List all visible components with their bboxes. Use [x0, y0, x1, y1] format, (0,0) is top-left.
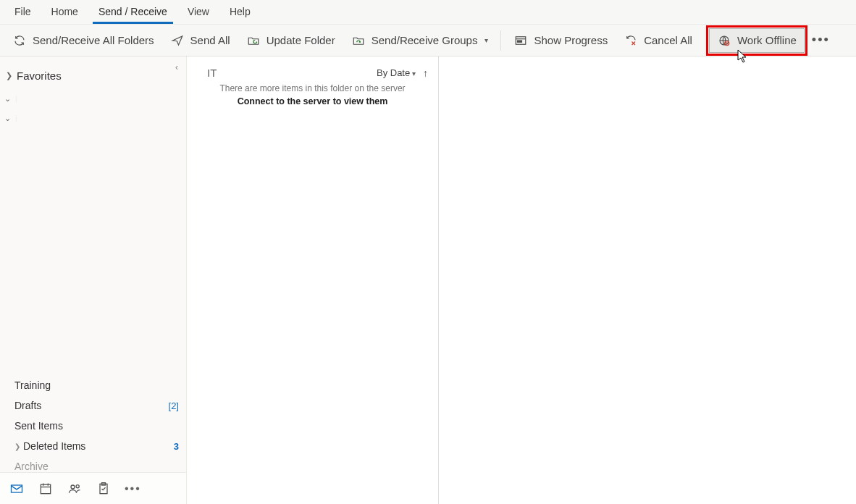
svg-rect-9 [41, 484, 50, 494]
update-folder-label: Update Folder [267, 34, 335, 46]
chevron-down-icon: ⌄ [4, 94, 11, 104]
refresh-icon [12, 33, 27, 48]
send-all-button[interactable]: Send All [162, 28, 238, 53]
favorites-label: Favorites [17, 70, 62, 82]
folder-training[interactable]: Training [0, 375, 186, 395]
cancel-sync-icon [624, 33, 638, 48]
send-icon [170, 33, 185, 48]
folder-sent-items-label: Sent Items [14, 420, 63, 432]
chevron-down-icon: ⌄ [4, 114, 11, 123]
calendar-module-icon[interactable] [38, 481, 54, 497]
account-group-2[interactable]: ⌄ i [0, 109, 186, 128]
tab-home[interactable]: Home [41, 1, 88, 23]
tab-file[interactable]: File [4, 1, 41, 23]
message-list-pane: IT By Date ↑ There are more items in thi… [187, 56, 439, 504]
chevron-right-icon: ❯ [6, 71, 12, 80]
cancel-all-label: Cancel All [644, 34, 692, 46]
folder-sync-icon [351, 33, 366, 48]
favorites-header[interactable]: ❯ Favorites [0, 56, 186, 89]
account-group-1-label: i [15, 93, 17, 104]
sort-by-dropdown[interactable]: By Date [377, 67, 416, 78]
sort-direction-button[interactable]: ↑ [423, 67, 428, 79]
people-module-icon[interactable] [67, 481, 83, 497]
globe-offline-icon [717, 33, 731, 48]
folder-drafts-count: [2] [169, 400, 179, 411]
mail-module-icon[interactable] [9, 481, 25, 497]
show-progress-button[interactable]: Show Progress [505, 28, 616, 53]
module-switcher: ••• [0, 472, 186, 504]
send-receive-groups-label: Send/Receive Groups [372, 34, 478, 46]
send-receive-all-folders-button[interactable]: Send/Receive All Folders [4, 28, 162, 53]
folder-deleted-items[interactable]: ❯ Deleted Items 3 [0, 436, 186, 456]
message-list-header: IT By Date ↑ [187, 56, 438, 83]
update-folder-button[interactable]: Update Folder [238, 28, 343, 53]
reading-pane [439, 56, 856, 504]
chevron-right-icon: ❯ [14, 442, 20, 450]
svg-rect-8 [12, 485, 22, 492]
folder-deleted-items-label: Deleted Items [23, 440, 85, 452]
svg-point-13 [71, 485, 75, 489]
ribbon-separator [500, 30, 501, 51]
folder-drafts-label: Drafts [14, 400, 41, 411]
collapse-folder-pane-button[interactable]: ‹ [170, 61, 183, 74]
folder-archive-label: Archive [14, 461, 49, 472]
progress-icon [513, 33, 528, 48]
module-more-button[interactable]: ••• [125, 482, 141, 495]
ribbon: Send/Receive All Folders Send All Update… [0, 25, 856, 56]
tasks-module-icon[interactable] [96, 481, 112, 497]
folder-list-redacted [0, 128, 186, 375]
send-receive-groups-dropdown[interactable]: Send/Receive Groups [343, 28, 497, 53]
account-group-1[interactable]: ⌄ i [0, 89, 186, 109]
send-all-label: Send All [190, 34, 230, 46]
cancel-all-button[interactable]: Cancel All [616, 28, 700, 53]
work-offline-label: Work Offline [737, 34, 797, 46]
account-group-2-label: i [15, 113, 17, 124]
svg-rect-2 [518, 41, 522, 42]
menu-tabs: File Home Send / Receive View Help [0, 0, 856, 25]
tab-help[interactable]: Help [219, 1, 261, 23]
current-folder-title: IT [207, 67, 217, 79]
folder-drafts[interactable]: Drafts [2] [0, 395, 186, 416]
show-progress-label: Show Progress [534, 34, 608, 46]
folder-refresh-icon [246, 33, 261, 48]
folder-pane: ‹ ❯ Favorites ⌄ i ⌄ i Training Drafts [2… [0, 56, 187, 504]
ribbon-more-button[interactable]: ••• [805, 30, 837, 51]
tab-send-receive[interactable]: Send / Receive [88, 1, 177, 23]
svg-point-14 [76, 484, 79, 487]
server-message-line2[interactable]: Connect to the server to view them [187, 93, 438, 106]
server-message-line1: There are more items in this folder on t… [187, 83, 438, 93]
send-receive-all-folders-label: Send/Receive All Folders [33, 34, 154, 46]
folder-sent-items[interactable]: Sent Items [0, 416, 186, 436]
folder-deleted-items-count: 3 [174, 441, 179, 452]
folder-training-label: Training [14, 379, 51, 391]
folder-archive[interactable]: Archive [0, 456, 186, 472]
tab-view[interactable]: View [177, 1, 219, 23]
work-offline-button[interactable]: Work Offline [709, 28, 805, 53]
